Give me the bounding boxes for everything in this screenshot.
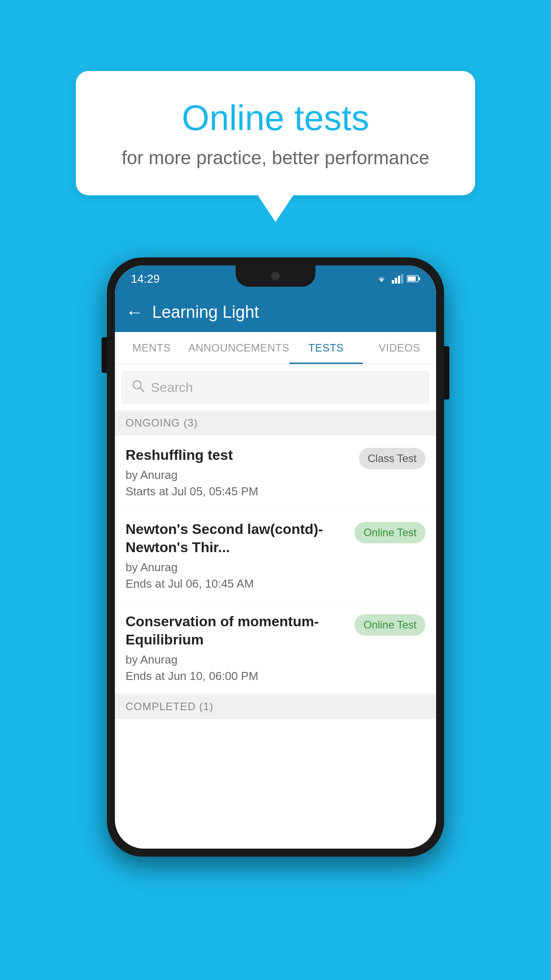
test-title: Reshuffling test xyxy=(126,446,352,465)
signal-icon xyxy=(392,274,403,284)
test-item[interactable]: Newton's Second law(contd)-Newton's Thir… xyxy=(115,510,436,602)
tab-tests[interactable]: TESTS xyxy=(289,332,362,364)
test-item[interactable]: Reshuffling test by Anurag Starts at Jul… xyxy=(115,435,436,510)
signal-icons xyxy=(375,274,420,284)
test-time: Starts at Jul 05, 05:45 PM xyxy=(126,485,352,498)
test-badge: Class Test xyxy=(359,448,425,469)
test-info: Conservation of momentum-Equilibrium by … xyxy=(126,612,354,683)
test-by: by Anurag xyxy=(126,468,352,482)
back-button[interactable]: ← xyxy=(126,302,143,322)
speech-bubble-title: Online tests xyxy=(111,98,440,138)
svg-line-8 xyxy=(140,388,144,391)
search-placeholder: Search xyxy=(151,380,193,395)
notch xyxy=(236,265,315,287)
svg-rect-1 xyxy=(395,278,397,284)
phone-screen: 14:29 xyxy=(115,265,436,849)
test-title: Conservation of momentum-Equilibrium xyxy=(126,612,347,649)
svg-rect-2 xyxy=(398,276,400,284)
test-by: by Anurag xyxy=(126,653,347,667)
tab-announcements[interactable]: ANNOUNCEMENTS xyxy=(188,332,289,364)
speech-bubble-arrow xyxy=(258,195,293,222)
speech-bubble-subtitle: for more practice, better performance xyxy=(111,147,440,169)
test-badge: Online Test xyxy=(354,522,425,543)
phone-frame: 14:29 xyxy=(107,257,444,857)
search-bar[interactable]: Search xyxy=(122,371,429,403)
completed-section-header: COMPLETED (1) xyxy=(115,694,436,719)
app-bar-title: Learning Light xyxy=(152,303,259,322)
svg-rect-5 xyxy=(408,277,416,281)
phone-wrapper: 14:29 xyxy=(107,257,444,857)
status-time: 14:29 xyxy=(131,272,160,286)
test-info: Reshuffling test by Anurag Starts at Jul… xyxy=(126,446,359,498)
wifi-icon xyxy=(375,274,388,284)
camera xyxy=(271,272,280,281)
tab-videos[interactable]: VIDEOS xyxy=(363,332,436,364)
test-item[interactable]: Conservation of momentum-Equilibrium by … xyxy=(115,602,436,694)
speech-bubble-wrapper: Online tests for more practice, better p… xyxy=(76,71,475,222)
svg-rect-3 xyxy=(401,274,403,284)
test-title: Newton's Second law(contd)-Newton's Thir… xyxy=(126,520,347,557)
status-bar: 14:29 xyxy=(115,265,436,292)
svg-rect-0 xyxy=(392,280,394,284)
tab-ments[interactable]: MENTS xyxy=(115,332,188,364)
search-icon xyxy=(131,379,145,396)
test-by: by Anurag xyxy=(126,561,347,574)
ongoing-section-header: ONGOING (3) xyxy=(115,411,436,435)
test-badge: Online Test xyxy=(354,614,425,636)
test-info: Newton's Second law(contd)-Newton's Thir… xyxy=(126,520,354,591)
speech-bubble: Online tests for more practice, better p… xyxy=(76,71,475,195)
svg-rect-6 xyxy=(419,277,420,280)
app-bar: ← Learning Light xyxy=(115,292,436,332)
battery-icon xyxy=(407,275,420,283)
tabs-bar: MENTS ANNOUNCEMENTS TESTS VIDEOS xyxy=(115,332,436,364)
test-time: Ends at Jun 10, 06:00 PM xyxy=(126,669,347,683)
test-time: Ends at Jul 06, 10:45 AM xyxy=(126,577,347,591)
